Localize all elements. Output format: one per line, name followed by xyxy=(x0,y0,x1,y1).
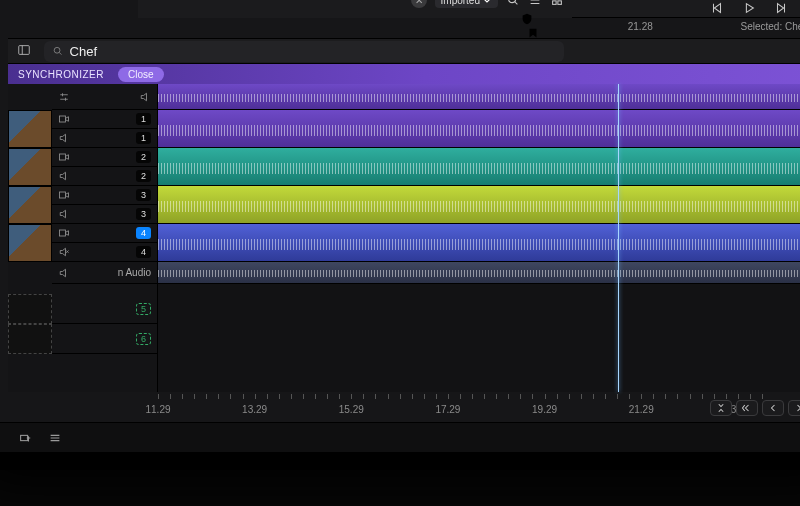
prev-edit-button[interactable] xyxy=(736,400,758,416)
track-number: 2 xyxy=(136,151,151,163)
ruler-tick xyxy=(738,394,739,399)
mute-icon xyxy=(58,246,70,258)
audio-track-number: 1 xyxy=(136,132,151,144)
ruler-tick xyxy=(400,394,401,399)
ruler-tick xyxy=(690,394,691,399)
video-icon xyxy=(58,151,70,163)
video-icon xyxy=(58,189,70,201)
ruler-tick xyxy=(243,394,244,399)
next-clip-icon[interactable] xyxy=(774,1,788,15)
audio-track-number: 4 xyxy=(136,246,151,258)
ruler-tick xyxy=(593,394,594,399)
video-track-button[interactable]: 4 xyxy=(52,224,157,243)
ruler-tick xyxy=(424,394,425,399)
ruler-tick xyxy=(750,394,751,399)
add-clip-icon[interactable] xyxy=(18,431,32,445)
svg-rect-3 xyxy=(553,1,557,5)
ruler-tick xyxy=(762,394,763,399)
search-icon xyxy=(52,45,64,57)
lane-track-4[interactable] xyxy=(158,224,800,262)
track-thumbnail[interactable] xyxy=(8,224,52,262)
track-number: 4 xyxy=(136,227,151,239)
timecode-display: 21.28 xyxy=(628,21,653,32)
clear-filter-icon[interactable]: ✕ xyxy=(411,0,427,8)
synchronizer-header: SYNCHRONIZER Close xyxy=(8,64,800,84)
ruler-label: 15.29 xyxy=(339,404,364,415)
track-thumbnail[interactable] xyxy=(8,148,52,186)
svg-rect-4 xyxy=(558,1,562,5)
audio-track-button[interactable]: 1 xyxy=(52,129,157,148)
video-track-button[interactable]: 1 xyxy=(52,110,157,129)
play-icon[interactable] xyxy=(742,1,756,15)
svg-rect-8 xyxy=(60,154,66,160)
timeline-nav-cluster xyxy=(710,400,800,416)
filter-dropdown[interactable]: Imported xyxy=(435,0,498,8)
lane-track-1[interactable] xyxy=(158,110,800,148)
list-view-icon[interactable] xyxy=(528,0,542,7)
lane-track-3[interactable] xyxy=(158,186,800,224)
close-button[interactable]: Close xyxy=(118,67,164,82)
ruler-tick xyxy=(629,394,630,399)
ruler-label: 17.29 xyxy=(435,404,460,415)
track-thumbnail[interactable] xyxy=(8,186,52,224)
ruler-tick xyxy=(339,394,340,399)
sliders-icon xyxy=(58,91,70,103)
next-button[interactable] xyxy=(788,400,800,416)
ruler-tick xyxy=(182,394,183,399)
time-ruler[interactable]: 11.29 13.29 15.29 17.29 19.29 21.29 23.2… xyxy=(158,392,762,418)
sidebar-toggle-icon[interactable] xyxy=(14,43,34,59)
timeline-lanes[interactable] xyxy=(158,84,800,392)
playhead[interactable] xyxy=(618,84,619,392)
video-track-button[interactable]: 2 xyxy=(52,148,157,167)
audio-track-button[interactable]: 2 xyxy=(52,167,157,186)
track-number: 1 xyxy=(136,113,151,125)
video-track-button[interactable]: 3 xyxy=(52,186,157,205)
empty-track-thumbnail[interactable] xyxy=(8,324,52,354)
ruler-tick xyxy=(726,394,727,399)
empty-track-button[interactable]: 6 xyxy=(52,324,157,354)
ruler-label: 19.29 xyxy=(532,404,557,415)
ruler-tick xyxy=(653,394,654,399)
viewer-status-bar: 21.28 Selected: Chef_Just xyxy=(508,18,800,34)
ruler-tick xyxy=(617,394,618,399)
search-toggle-icon[interactable] xyxy=(506,0,520,7)
empty-track-thumbnail[interactable] xyxy=(8,294,52,324)
lane-track-2[interactable] xyxy=(158,148,800,186)
svg-rect-5 xyxy=(19,46,30,55)
ruler-tick xyxy=(279,394,280,399)
track-adjust-button[interactable] xyxy=(52,84,157,110)
ruler-tick xyxy=(315,394,316,399)
prev-button[interactable] xyxy=(762,400,784,416)
main-audio-label: n Audio xyxy=(118,267,151,278)
ruler-tick xyxy=(170,394,171,399)
lane-main-audio[interactable] xyxy=(158,262,800,284)
ruler-tick xyxy=(327,394,328,399)
main-audio-button[interactable]: n Audio xyxy=(52,262,157,284)
lane-sync[interactable] xyxy=(158,84,800,110)
audio-track-button[interactable]: 4 xyxy=(52,243,157,262)
track-number: 6 xyxy=(136,333,151,345)
grid-view-icon[interactable] xyxy=(550,0,564,7)
synchronizer-title: SYNCHRONIZER xyxy=(18,69,104,80)
chevron-down-icon xyxy=(482,0,492,5)
library-icon[interactable] xyxy=(0,431,2,445)
track-number: 3 xyxy=(136,189,151,201)
ruler-tick xyxy=(158,394,159,399)
prev-clip-icon[interactable] xyxy=(710,1,724,15)
track-gutter: 1 1 2 2 3 3 xyxy=(8,84,158,392)
ruler-tick xyxy=(520,394,521,399)
speaker-icon xyxy=(58,132,70,144)
timeline-toolbar xyxy=(8,38,800,64)
ruler-tick xyxy=(702,394,703,399)
ruler-tick xyxy=(641,394,642,399)
stack-icon[interactable] xyxy=(48,431,62,445)
shield-icon[interactable] xyxy=(520,12,534,26)
video-icon xyxy=(58,227,70,239)
audio-track-button[interactable]: 3 xyxy=(52,205,157,224)
search-field[interactable] xyxy=(44,41,564,62)
track-thumbnail[interactable] xyxy=(8,110,52,148)
video-icon xyxy=(58,113,70,125)
empty-track-button[interactable]: 5 xyxy=(52,294,157,324)
snap-button[interactable] xyxy=(710,400,732,416)
search-input[interactable] xyxy=(70,44,556,59)
